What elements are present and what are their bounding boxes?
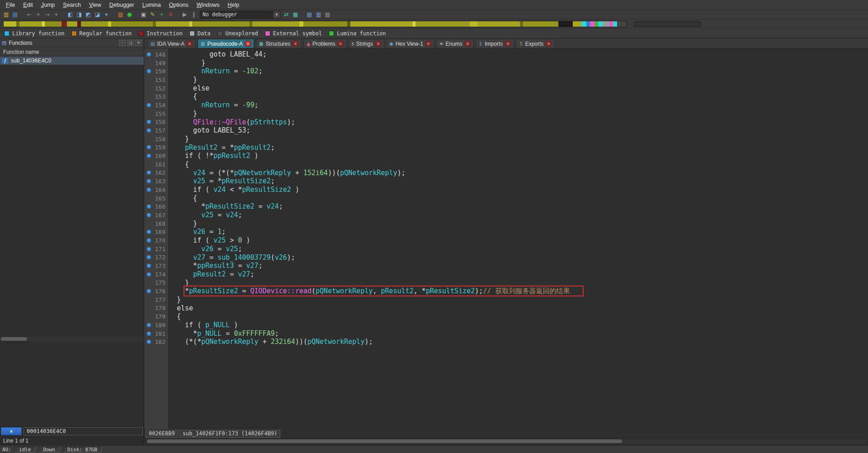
code-line-169[interactable]: 169 v26 = 1;: [144, 228, 868, 236]
code-line-159[interactable]: 159 pResult2 = *ppResult2;: [144, 143, 868, 152]
code-line-180[interactable]: 180 if ( p_NULL ): [144, 321, 868, 329]
chevron-down-icon[interactable]: ▾: [273, 11, 280, 18]
nav-back-menu-icon[interactable]: ▾: [34, 11, 42, 19]
tab-hex-view-1[interactable]: ◉Hex View-1✕: [386, 39, 434, 48]
code-line-153[interactable]: 153 {: [144, 92, 868, 101]
navigation-band[interactable]: [3, 21, 627, 27]
menu-help[interactable]: Help: [224, 0, 244, 10]
navigation-band-overview[interactable]: [633, 21, 701, 27]
code-line-156[interactable]: 156 QFile::~QFile(pStrhttps);: [144, 118, 868, 127]
code-line-164[interactable]: 164 if ( v24 < *pResultSize2 ): [144, 186, 868, 194]
code-line-166[interactable]: 166 *pResultSize2 = v24;: [144, 202, 868, 211]
code-line-154[interactable]: 154 nReturn = -99;: [144, 101, 868, 110]
breakpoint-dot-icon[interactable]: [147, 272, 151, 277]
breakpoint-dot-icon[interactable]: [147, 289, 151, 293]
menu-windows[interactable]: Windows: [193, 0, 224, 10]
code-line-155[interactable]: 155 }: [144, 110, 868, 118]
start-process-icon[interactable]: ▶: [180, 11, 189, 19]
code-line-182[interactable]: 182 (*(*pQNetworkReply + 232i64))(pQNetw…: [144, 338, 868, 346]
debugger-windows-icon[interactable]: ▦: [291, 11, 300, 19]
open-names-icon[interactable]: ◪: [93, 11, 102, 19]
attach-debugger-icon[interactable]: ⇄: [282, 11, 291, 19]
tab-close-icon[interactable]: ✕: [546, 41, 552, 47]
breakpoint-dot-icon[interactable]: [147, 213, 151, 217]
code-line-167[interactable]: 167 v25 = v24;: [144, 211, 868, 219]
breakpoint-dot-icon[interactable]: [147, 69, 151, 73]
pseudocode-view[interactable]: 148 goto LABEL_44;149 }150 nReturn = -10…: [144, 48, 868, 429]
function-name-column-header[interactable]: Function name: [0, 48, 144, 57]
tab-close-icon[interactable]: ✕: [465, 41, 471, 47]
tab-imports[interactable]: ↧Imports✕: [476, 39, 514, 48]
code-line-176[interactable]: 176 *pResultSize2 = QIODevice::read(pQNe…: [144, 287, 868, 296]
breakpoint-dot-icon[interactable]: [147, 145, 151, 149]
nav-back-icon[interactable]: ←: [25, 11, 33, 19]
code-line-168[interactable]: 168 }: [144, 219, 868, 228]
code-line-150[interactable]: 150 nReturn = -102;: [144, 67, 868, 76]
menu-options[interactable]: Options: [165, 0, 193, 10]
maximize-window-icon[interactable]: ❏: [127, 40, 134, 46]
recent-scripts-icon[interactable]: ▤: [305, 11, 314, 19]
breakpoint-dot-icon[interactable]: [147, 171, 151, 175]
breakpoint-dot-icon[interactable]: [147, 230, 151, 234]
tab-exports[interactable]: ↥Exports✕: [516, 39, 555, 48]
open-strings-icon[interactable]: ◨: [75, 11, 84, 19]
breakpoint-dot-icon[interactable]: [147, 340, 151, 344]
code-line-160[interactable]: 160 if ( !*ppResult2 ): [144, 152, 868, 160]
search-icon[interactable]: ⌖: [102, 11, 111, 19]
menu-debugger[interactable]: Debugger: [105, 0, 138, 10]
tab-structures[interactable]: ▦Structures✕: [256, 39, 302, 48]
code-line-173[interactable]: 173 *ppResult3 = v27;: [144, 262, 868, 270]
address-field[interactable]: 00014036E4C0: [24, 427, 143, 435]
menu-view[interactable]: View: [85, 0, 105, 10]
address-clear-button[interactable]: ✕: [1, 427, 22, 435]
menu-search[interactable]: Search: [59, 0, 85, 10]
tab-close-icon[interactable]: ✕: [505, 41, 511, 47]
menu-file[interactable]: File: [2, 0, 19, 10]
debugger-select[interactable]: No debugger▾: [200, 11, 280, 19]
lumina-icon[interactable]: ●: [125, 11, 134, 19]
script-command-icon[interactable]: ▥: [314, 11, 323, 19]
breakpoint-dot-icon[interactable]: [147, 264, 151, 268]
code-line-148[interactable]: 148 goto LABEL_44;: [144, 50, 868, 59]
close-window-icon[interactable]: ✕: [135, 40, 142, 46]
new-desktop-icon[interactable]: ▥: [2, 11, 10, 19]
scrollbar-thumb[interactable]: [1, 337, 27, 341]
code-line-149[interactable]: 149 }: [144, 59, 868, 67]
code-line-161[interactable]: 161 {: [144, 160, 868, 169]
add-function-icon[interactable]: +: [157, 11, 166, 19]
breakpoint-dot-icon[interactable]: [147, 323, 151, 327]
restore-window-icon[interactable]: ▫: [119, 40, 126, 46]
colors-icon[interactable]: ▨: [116, 11, 125, 19]
tab-close-icon[interactable]: ✕: [245, 41, 251, 47]
cancel-icon[interactable]: ✕: [166, 11, 175, 19]
code-line-165[interactable]: 165 {: [144, 194, 868, 203]
tab-pseudocode-a[interactable]: ▥Pseudocode-A✕: [198, 39, 254, 48]
code-line-171[interactable]: 171 v26 = v25;: [144, 245, 868, 253]
tab-close-icon[interactable]: ✕: [425, 41, 431, 47]
breakpoint-dot-icon[interactable]: [147, 238, 151, 243]
code-line-175[interactable]: 175 }: [144, 279, 868, 287]
breakpoint-dot-icon[interactable]: [147, 103, 151, 107]
breakpoint-dot-icon[interactable]: [147, 52, 151, 57]
code-line-157[interactable]: 157 goto LABEL_53;: [144, 126, 868, 135]
nav-forward-menu-icon[interactable]: ▾: [52, 11, 61, 19]
tab-close-icon[interactable]: ✕: [292, 41, 298, 47]
menu-lumina[interactable]: Lumina: [138, 0, 165, 10]
tab-strings[interactable]: sStrings✕: [349, 39, 385, 48]
tab-enums[interactable]: ≡Enums✕: [436, 39, 474, 48]
code-line-152[interactable]: 152 else: [144, 84, 868, 93]
breakpoint-dot-icon[interactable]: [147, 247, 151, 251]
menu-edit[interactable]: Edit: [19, 0, 37, 10]
scrollbar-thumb[interactable]: [147, 439, 622, 443]
breakpoint-dot-icon[interactable]: [147, 332, 151, 336]
breakpoint-dot-icon[interactable]: [147, 205, 151, 209]
breakpoint-dot-icon[interactable]: [147, 129, 151, 133]
pause-process-icon[interactable]: ∥: [189, 11, 198, 19]
code-line-179[interactable]: 179{: [144, 312, 868, 321]
patch-icon[interactable]: ▣: [139, 11, 148, 19]
tab-problems[interactable]: ▲Problems✕: [303, 39, 346, 48]
open-segments-icon[interactable]: ◩: [84, 11, 93, 19]
function-row[interactable]: ƒsub_14036E4C0: [0, 57, 144, 65]
output-window-icon[interactable]: ▧: [323, 11, 332, 19]
breakpoint-dot-icon[interactable]: [147, 188, 151, 192]
